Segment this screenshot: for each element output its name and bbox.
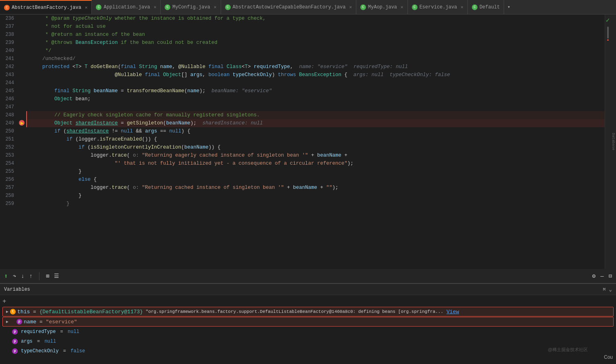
code-text-area[interactable]: * @param typeCheckOnly whether the insta… (26, 14, 605, 269)
expand-icon[interactable]: ⌄ (609, 286, 612, 293)
code-line-258: } (26, 192, 605, 200)
variable-type-check-only: p typeCheckOnly = false (0, 346, 616, 356)
code-line-251: if (logger.isTraceEnabled()) { (26, 135, 605, 143)
m-label: M (603, 287, 606, 292)
var-val-args: null (44, 339, 56, 344)
tab-icon: C (472, 4, 478, 10)
code-line-253: logger.trace( o: "Returning eagerly cach… (26, 151, 605, 159)
debug-toolbar: ⬆ ↷ ↓ ↑ ⊞ ☰ ⚙ — ⊟ (0, 269, 616, 283)
code-line-242: protected <T> T doGetBean(final String n… (26, 63, 605, 71)
var-eq-args: = (34, 339, 43, 344)
var-name-req: requiredType (21, 329, 56, 335)
var-val-name: "eservice" (46, 319, 77, 325)
var-name-tco: typeCheckOnly (21, 348, 59, 354)
table-icon[interactable]: ⊞ (46, 273, 49, 279)
tab-icon: C (412, 4, 418, 10)
var-eq-name: = (36, 319, 45, 325)
variables-panel: Variables M ⌄ + ▶ t this = {DefaultLista… (0, 283, 616, 364)
code-line-238: * @return an instance of the bean (26, 31, 605, 39)
var-name-args: args (21, 339, 33, 344)
expand-this-icon[interactable]: ▶ (6, 309, 8, 314)
var-eq-this: = (30, 309, 39, 315)
close-icon[interactable]: ✕ (349, 4, 352, 10)
check-mark-icon: ✓ (606, 16, 610, 24)
close-icon[interactable]: ✕ (154, 4, 157, 10)
tab-label: Default (480, 4, 500, 10)
code-line-250: if (sharedInstance != null && args == nu… (26, 127, 605, 135)
code-line-241: /unchecked/ (26, 55, 605, 63)
add-variable-button[interactable]: + (2, 298, 6, 305)
minimap-error-marker (607, 39, 609, 41)
tab-icon: C (360, 4, 366, 10)
var-name-this: this (17, 309, 30, 315)
code-editor: 236 237 238 239 240 241 242 243 244 245 … (0, 14, 616, 269)
code-line-237: * not for actual use (26, 23, 605, 31)
tab-eservice[interactable]: C Eservice.java ✕ (408, 0, 468, 14)
list-icon[interactable]: ☰ (54, 273, 59, 279)
tab-label: AbstractAutowireCapableBeanFactory.java (233, 4, 346, 10)
execution-arrow: ▶ (18, 119, 26, 127)
close-icon[interactable]: ✕ (85, 5, 88, 10)
code-line-246: Object bean; (26, 95, 605, 103)
tab-label: MyConfig.java (172, 4, 210, 10)
resume-icon[interactable]: ⬆ (4, 272, 8, 280)
separator (39, 272, 39, 280)
tab-label: Eservice.java (420, 4, 457, 10)
tab-label: Application.java (103, 4, 150, 10)
var-val-tco: false (70, 348, 85, 354)
code-line-248: // Eagerly check singleton cache for man… (26, 111, 605, 119)
var-val-this: {DefaultListableBeanFactory@1173} (39, 309, 143, 315)
variable-required-type: p requiredType = null (0, 327, 616, 337)
tab-abstract-autowire[interactable]: C AbstractAutowireCapableBeanFactory.jav… (221, 0, 356, 14)
tab-abstract-bean-factory[interactable]: C AbstractBeanFactory.java ✕ (0, 0, 92, 14)
code-line-236: * @param typeCheckOnly whether the insta… (26, 14, 605, 23)
var-long-val-this: "org.springframework.beans.factory.suppo… (143, 309, 443, 314)
type-icon-req: p (12, 329, 18, 335)
type-icon-args: p (12, 339, 18, 344)
expand-name-icon[interactable]: ▶ (6, 319, 8, 324)
code-line-259: } (26, 200, 605, 208)
view-link-this[interactable]: View (446, 309, 459, 315)
step-out-icon[interactable]: ↑ (29, 273, 32, 279)
tab-default[interactable]: C Default (468, 0, 504, 14)
variables-title: Variables (4, 287, 30, 292)
tab-icon: C (96, 4, 101, 10)
right-scrollbar-area: ✓ (605, 14, 610, 269)
settings-icon[interactable]: ⚙ (592, 273, 595, 279)
variables-header-bar: Variables M ⌄ (0, 284, 616, 295)
step-into-icon[interactable]: ↓ (21, 273, 24, 279)
code-line-247 (26, 103, 605, 111)
step-over-icon[interactable]: ↷ (13, 273, 16, 279)
bottom-right-cou: Cou (604, 354, 613, 360)
variables-header-actions: M ⌄ (603, 286, 612, 293)
minimap-scrollbar (607, 27, 609, 39)
code-line-254: "' that is not fully initialized yet - a… (26, 159, 605, 168)
tab-myaop[interactable]: C MyAop.java ✕ (356, 0, 408, 14)
variable-this: ▶ t this = {DefaultListableBeanFactory@1… (2, 307, 614, 316)
database-label: Database (610, 14, 616, 269)
tab-icon: C (4, 5, 10, 10)
code-line-239: * @throws BeansException if the bean cou… (26, 39, 605, 47)
close-icon[interactable]: ✕ (214, 4, 217, 10)
code-line-245: final String beanName = transformedBeanN… (26, 87, 605, 95)
type-icon-this: t (10, 309, 16, 314)
close-icon[interactable]: ✕ (401, 4, 403, 10)
tab-myconfig[interactable]: C MyConfig.java ✕ (161, 0, 221, 14)
breakpoint-gutter: ▶ (18, 14, 26, 269)
panel-right-icon[interactable]: ⊟ (609, 273, 612, 279)
variable-name: ▶ p name = "eservice" (2, 317, 614, 327)
close-icon[interactable]: ✕ (461, 4, 463, 10)
code-line-257: logger.trace( o: "Returning cached insta… (26, 184, 605, 192)
tab-icon: C (165, 4, 170, 10)
type-icon-name: p (17, 319, 22, 325)
tab-application[interactable]: C Application.java ✕ (92, 0, 161, 14)
var-eq-tco: = (60, 348, 69, 354)
variable-args: p args = null (0, 337, 616, 346)
code-line-240: */ (26, 47, 605, 55)
tab-label: AbstractBeanFactory.java (12, 5, 81, 10)
minimize-icon[interactable]: — (600, 273, 604, 279)
tab-overflow-button[interactable]: ▾ (504, 4, 513, 10)
tab-bar: C AbstractBeanFactory.java ✕ C Applicati… (0, 0, 616, 14)
line-numbers: 236 237 238 239 240 241 242 243 244 245 … (0, 14, 18, 269)
var-val-req: null (68, 329, 79, 335)
